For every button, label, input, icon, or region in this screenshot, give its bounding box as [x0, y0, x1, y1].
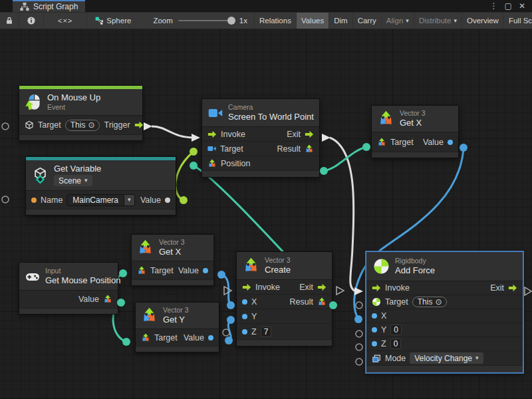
flow-in-icon[interactable] [207, 130, 217, 139]
node-rigidbody-add-force[interactable]: Rigidbody Add Force Invoke Exit Target T… [366, 251, 523, 373]
carry-label: Carry [358, 17, 376, 25]
port-z-input[interactable] [242, 329, 247, 334]
variable-name-dropdown[interactable]: MainCamera ▾ [66, 194, 134, 206]
y-value-field[interactable]: 0 [390, 325, 402, 335]
zoom-label: Zoom [153, 17, 172, 25]
vector3-port-icon[interactable] [141, 333, 150, 342]
port-invoke-label: Invoke [385, 283, 410, 293]
node-vector3-create[interactable]: Vector 3 Create Invoke Exit X Result Y [236, 251, 332, 346]
lock-button[interactable] [0, 13, 19, 29]
rigidbody-icon [373, 258, 390, 275]
port-x-input[interactable] [242, 299, 247, 305]
port-z-input[interactable] [372, 341, 377, 346]
distribute-button[interactable]: Distribute▾ [414, 13, 462, 29]
carry-button[interactable]: Carry [353, 13, 382, 29]
port-y-input[interactable] [242, 314, 247, 319]
node-vector3-get-x-top[interactable]: Vector 3 Get X Target Value [371, 105, 459, 158]
mouse-up-icon [25, 94, 42, 110]
rigidbody-port-icon[interactable] [372, 297, 381, 307]
node-vector3-get-y[interactable]: Vector 3 Get Y Target Value [135, 302, 219, 352]
node-screen-to-world-point[interactable]: Camera Screen To World Point Invoke Exit… [201, 98, 320, 178]
zoom-slider-handle[interactable] [227, 17, 235, 25]
info-button[interactable] [19, 13, 44, 29]
flow-out-icon[interactable] [317, 283, 327, 292]
relations-button[interactable]: Relations [254, 13, 297, 29]
node-title: On Mouse Up [47, 93, 100, 102]
port-value-label: Value [423, 138, 444, 147]
port-value-output[interactable] [208, 335, 213, 340]
values-label: Values [301, 17, 324, 25]
this-label: This [418, 297, 433, 307]
port-value-output[interactable] [203, 268, 208, 273]
maximize-icon[interactable]: ▢ [501, 1, 515, 11]
info-icon [27, 16, 36, 25]
node-subtitle: Event [47, 104, 100, 111]
relations-label: Relations [259, 17, 291, 25]
game-object-icon [25, 120, 34, 130]
vector3-port-icon[interactable] [207, 159, 217, 168]
port-y-label: Y [251, 312, 257, 321]
node-title: Create [265, 265, 291, 275]
vector3-port-icon[interactable] [305, 144, 314, 154]
vector3-port-icon[interactable] [317, 297, 327, 307]
dim-button[interactable]: Dim [329, 13, 352, 29]
zoom-value: 1x [239, 17, 247, 25]
graph-asset-button[interactable]: Sphere [87, 13, 136, 29]
z-value-field[interactable]: 0 [390, 338, 402, 349]
code-view-button[interactable]: <×> [44, 13, 87, 29]
wire-getx-to-create-x [221, 275, 231, 305]
node-title: Add Force [395, 266, 435, 275]
values-button[interactable]: Values [297, 13, 329, 29]
port-target-label: Target [154, 333, 178, 342]
target-this-chip[interactable]: This ⊙ [65, 120, 100, 131]
vector3-port-icon[interactable] [103, 295, 112, 304]
node-category: Vector 3 [400, 110, 426, 117]
vector3-port-icon[interactable] [377, 138, 386, 147]
graph-asset-icon [95, 17, 104, 25]
menu-icon[interactable]: ⋮ [487, 1, 501, 11]
flow-in-icon[interactable] [242, 283, 251, 292]
full-screen-button[interactable]: Full Screen [504, 13, 532, 29]
port-position-label: Position [221, 159, 250, 168]
vector3-icon [243, 257, 259, 274]
dropdown-caret-button[interactable]: ▾ [124, 195, 134, 205]
flow-out-icon[interactable] [134, 120, 144, 130]
node-category: Input [45, 267, 112, 275]
close-icon[interactable]: ✕ [515, 1, 529, 11]
enum-port-icon[interactable] [372, 354, 381, 363]
flow-in-icon[interactable] [372, 283, 381, 293]
align-button[interactable]: Align▾ [382, 13, 414, 29]
node-vector3-get-x-mid[interactable]: Vector 3 Get X Target Value [131, 234, 214, 286]
script-graph-icon [20, 2, 29, 11]
chevron-down-icon: ▾ [406, 18, 409, 24]
node-get-variable[interactable]: Get Variable Scene ▾ Name MainCamera ▾ V… [25, 156, 176, 215]
zoom-slider[interactable] [178, 20, 234, 21]
port-result-label: Result [277, 144, 301, 154]
mode-dropdown[interactable]: Velocity Change ▾ [410, 352, 483, 364]
z-value-field[interactable]: 7 [261, 327, 272, 337]
wire-variable-to-target [176, 152, 194, 200]
port-y-input[interactable] [372, 327, 377, 332]
zoom-control: Zoom 1x [146, 13, 254, 29]
variable-scope-dropdown[interactable]: Scene ▾ [54, 175, 92, 186]
node-on-mouse-up[interactable]: On Mouse Up Event Target This ⊙ Trigger [19, 85, 143, 141]
flow-out-icon[interactable] [508, 283, 517, 293]
scope-label: Scene [59, 176, 81, 186]
camera-port-icon[interactable] [207, 144, 216, 153]
graph-canvas[interactable]: On Mouse Up Event Target This ⊙ Trigger [0, 29, 532, 399]
node-category: Vector 3 [265, 257, 291, 264]
object-picker-icon: ⊙ [88, 120, 94, 130]
port-value-output[interactable] [165, 198, 170, 203]
flow-out-icon[interactable] [305, 130, 314, 139]
port-x-input[interactable] [372, 313, 377, 319]
node-get-mouse-position[interactable]: Input Get Mouse Position Value [19, 262, 118, 315]
port-name-input[interactable] [31, 198, 37, 203]
port-value-output[interactable] [448, 140, 453, 145]
overview-label: Overview [467, 17, 499, 25]
overview-button[interactable]: Overview [462, 13, 504, 29]
port-exit-label: Exit [287, 130, 301, 139]
port-x-label: X [251, 297, 257, 307]
target-this-chip[interactable]: This ⊙ [412, 297, 448, 307]
tab-script-graph[interactable]: Script Graph [13, 0, 85, 12]
vector3-port-icon[interactable] [137, 266, 146, 275]
